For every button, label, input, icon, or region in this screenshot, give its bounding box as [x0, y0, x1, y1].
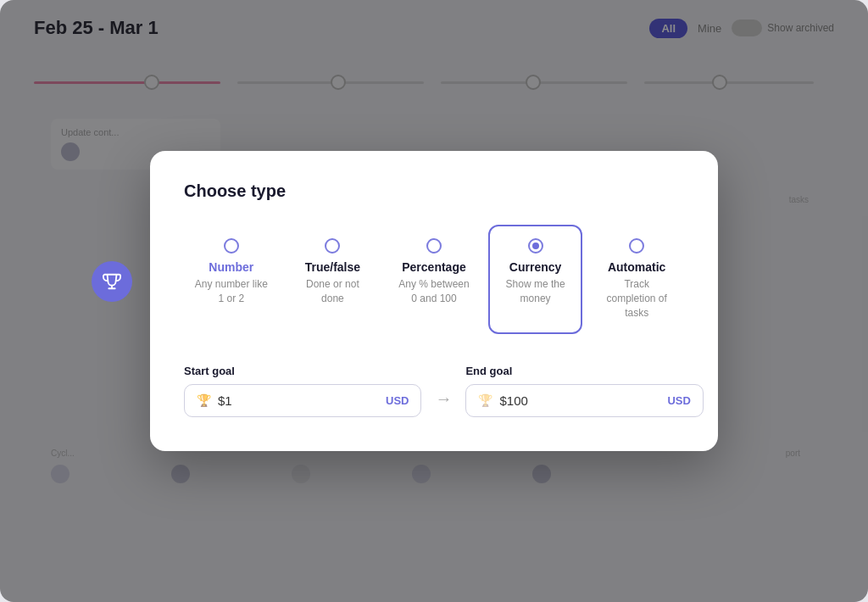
start-goal-trophy-icon: 🏆: [197, 393, 211, 407]
type-option-automatic[interactable]: Automatic Track completion of tasks: [589, 225, 684, 333]
radio-number: [224, 238, 239, 254]
choose-type-modal: Choose type Number Any number like 1 or …: [150, 151, 718, 450]
end-goal-label: End goal: [465, 365, 703, 377]
type-desc-automatic: Track completion of tasks: [599, 277, 674, 320]
type-options-container: Number Any number like 1 or 2 True/false…: [184, 225, 684, 333]
start-goal-label: Start goal: [184, 365, 421, 377]
trophy-button-bg: [92, 261, 132, 302]
end-goal-group: End goal 🏆 USD: [465, 365, 703, 417]
type-desc-true-false: Done or not done: [296, 277, 370, 306]
end-goal-input[interactable]: [499, 393, 660, 408]
type-option-true-false[interactable]: True/false Done or not done: [286, 225, 381, 333]
type-label-number: Number: [209, 260, 253, 274]
goal-inputs-row: Start goal 🏆 USD → End goal 🏆 USD: [184, 365, 684, 417]
trophy-icon-bg: [103, 272, 121, 291]
radio-currency: [528, 238, 543, 254]
type-option-number[interactable]: Number Any number like 1 or 2: [184, 225, 279, 333]
type-desc-number: Any number like 1 or 2: [194, 277, 269, 306]
type-option-currency[interactable]: Currency Show me the money: [488, 225, 583, 333]
type-option-percentage[interactable]: Percentage Any % between 0 and 100: [387, 225, 481, 333]
type-desc-percentage: Any % between 0 and 100: [397, 277, 471, 306]
type-label-currency: Currency: [509, 260, 561, 274]
modal-overlay: Choose type Number Any number like 1 or …: [0, 0, 868, 602]
start-goal-input-wrap: 🏆 USD: [184, 384, 421, 417]
end-goal-trophy-icon: 🏆: [478, 393, 492, 407]
radio-true-false: [325, 238, 340, 254]
end-goal-input-wrap: 🏆 USD: [465, 384, 703, 417]
end-goal-currency: USD: [667, 394, 690, 407]
start-goal-currency: USD: [386, 394, 409, 407]
type-desc-currency: Show me the money: [498, 277, 573, 306]
radio-automatic: [629, 238, 644, 254]
modal-title: Choose type: [184, 181, 684, 201]
arrow-separator: →: [435, 389, 452, 417]
type-label-automatic: Automatic: [608, 260, 665, 274]
type-label-true-false: True/false: [305, 260, 360, 274]
type-label-percentage: Percentage: [402, 260, 465, 274]
radio-percentage: [426, 238, 442, 254]
start-goal-group: Start goal 🏆 USD: [184, 365, 421, 417]
start-goal-input[interactable]: [218, 393, 379, 408]
